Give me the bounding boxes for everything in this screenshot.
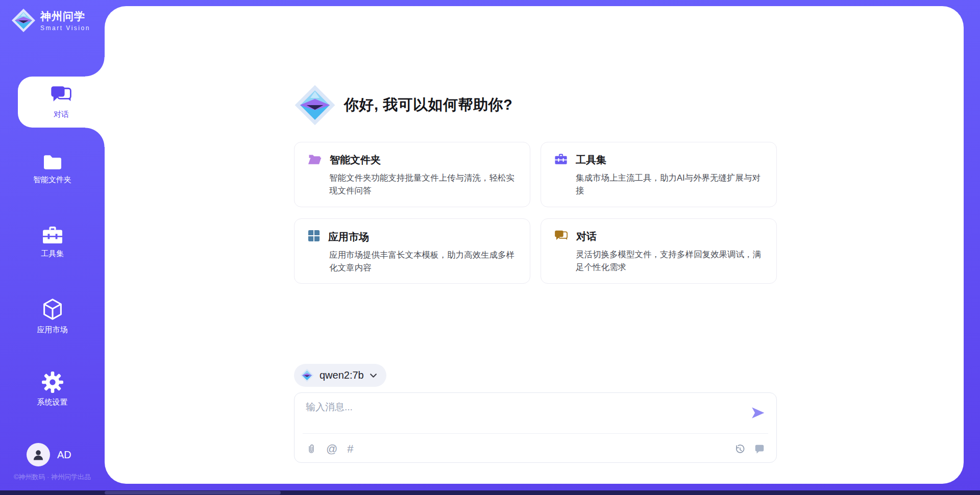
card-description: 集成市场上主流工具，助力AI与外界无缝扩展与对接 <box>576 171 763 197</box>
sidebar-item-label: 工具集 <box>41 249 64 259</box>
gear-icon <box>42 372 63 393</box>
card-app-market[interactable]: 应用市场 应用市场提供丰富长文本模板，助力高效生成多样化文章内容 <box>294 218 530 284</box>
sidebar-item-label: 对话 <box>54 110 69 119</box>
avatar <box>27 443 50 466</box>
brand: 神州问学 Smart Vision <box>11 8 90 33</box>
sidebar-item-app-market[interactable]: 应用市场 <box>0 298 105 335</box>
chat-icon <box>51 85 72 106</box>
card-description: 智能文件夹功能支持批量文件上传与清洗，轻松实现文件问答 <box>329 171 517 197</box>
folder-closed-icon <box>42 153 63 170</box>
comment-icon[interactable] <box>754 443 765 455</box>
card-chat[interactable]: 对话 灵活切换多模型文件，支持多样回复效果调试，满足个性化需求 <box>541 218 777 284</box>
sidebar-item-smart-folder[interactable]: 智能文件夹 <box>0 153 105 185</box>
assistant-diamond-icon <box>294 84 336 126</box>
sidebar-item-toolset[interactable]: 工具集 <box>0 226 105 259</box>
horizontal-scrollbar <box>0 490 980 495</box>
model-name: qwen2:7b <box>320 369 364 381</box>
brand-name: 神州问学 <box>40 9 90 23</box>
toolbox-icon <box>554 154 568 167</box>
card-description: 灵活切换多模型文件，支持多样回复效果调试，满足个性化需求 <box>576 248 763 274</box>
brand-diamond-icon <box>11 8 36 33</box>
user-name: AD <box>57 449 71 461</box>
message-composer: @ # <box>294 392 777 463</box>
model-selector[interactable]: qwen2:7b <box>294 364 386 387</box>
app-window: 神州问学 Smart Vision 对话 智 <box>0 0 980 495</box>
person-icon <box>31 448 45 462</box>
sidebar-item-label: 智能文件夹 <box>33 175 71 185</box>
main-content: 你好, 我可以如何帮助你? 智能文件夹 智能文件夹功能支持批量文件上传与清洗，轻… <box>294 6 777 463</box>
message-input[interactable] <box>306 401 704 430</box>
chevron-down-icon <box>370 373 377 378</box>
at-icon[interactable]: @ <box>326 443 337 455</box>
history-icon[interactable] <box>734 443 745 455</box>
card-title: 工具集 <box>576 153 606 167</box>
greeting: 你好, 我可以如何帮助你? <box>294 84 777 126</box>
card-title: 应用市场 <box>328 230 369 244</box>
sidebar-item-settings[interactable]: 系统设置 <box>0 372 105 407</box>
brand-tagline: Smart Vision <box>40 24 90 32</box>
card-description: 应用市场提供丰富长文本模板，助力高效生成多样化文章内容 <box>329 249 517 274</box>
composer-tools-right <box>734 443 765 455</box>
hash-icon[interactable]: # <box>347 443 353 455</box>
sidebar-item-label: 应用市场 <box>37 325 68 335</box>
sidebar-item-chat[interactable]: 对话 <box>18 77 105 128</box>
scrollbar-thumb[interactable] <box>105 491 281 494</box>
cube-icon <box>42 298 63 320</box>
card-title: 对话 <box>576 230 597 243</box>
greeting-title: 你好, 我可以如何帮助你? <box>344 95 512 115</box>
card-title: 智能文件夹 <box>330 153 381 167</box>
model-diamond-icon <box>300 368 314 382</box>
brand-text: 神州问学 Smart Vision <box>40 9 90 32</box>
folder-open-icon <box>308 154 322 167</box>
sidebar: 神州问学 Smart Vision 对话 智 <box>0 0 105 495</box>
sidebar-item-label: 系统设置 <box>37 398 68 407</box>
send-icon[interactable] <box>751 406 765 419</box>
paperclip-icon[interactable] <box>306 444 316 455</box>
card-smart-folder[interactable]: 智能文件夹 智能文件夹功能支持批量文件上传与清洗，轻松实现文件问答 <box>294 142 530 207</box>
toolbox-icon <box>42 226 63 244</box>
composer-divider <box>303 433 768 434</box>
user-chip[interactable]: AD <box>27 443 71 466</box>
composer-tools-left: @ # <box>306 443 354 455</box>
card-toolset[interactable]: 工具集 集成市场上主流工具，助力AI与外界无缝扩展与对接 <box>541 142 777 207</box>
chat-icon <box>554 230 568 243</box>
grid-icon <box>308 230 320 244</box>
feature-cards: 智能文件夹 智能文件夹功能支持批量文件上传与清洗，轻松实现文件问答 工具集 集成… <box>294 142 777 284</box>
copyright-footer: ©神州数码 · 神州问学出品 <box>0 473 105 482</box>
